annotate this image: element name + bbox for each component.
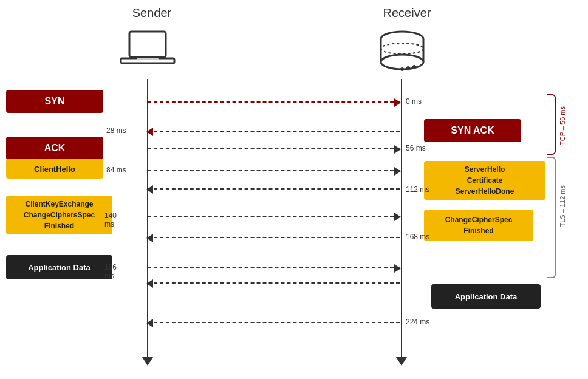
change-cipher-arrowhead: [146, 234, 153, 242]
client-key-arrow-line: [148, 216, 400, 217]
ts-0ms: 0 ms: [406, 97, 422, 106]
app-data-left-box: Application Data: [6, 255, 112, 279]
ts-168ms: 168 ms: [406, 233, 429, 241]
ts-224ms: 224 ms: [406, 318, 429, 326]
svg-rect-0: [129, 32, 166, 57]
ack-box: ACK: [6, 137, 103, 160]
change-cipher-arrow-line: [148, 237, 400, 238]
receiver-arrow-down: [396, 357, 407, 366]
sender-timeline: [147, 79, 148, 358]
svg-point-7: [381, 55, 423, 69]
ts-112ms: 112 ms: [406, 185, 429, 194]
sender-label: Sender: [121, 6, 182, 20]
svg-point-9: [406, 66, 410, 70]
last-arrow-line: [148, 322, 400, 323]
tcp-brace-label: TCP – 56 ms: [559, 106, 566, 145]
app-data-arrow-right-head: [394, 264, 401, 273]
syn-ack-box: SYN ACK: [424, 119, 521, 142]
change-cipher-spec-box: ChangeCipherSpecFinished: [424, 210, 533, 241]
receiver-timeline: [401, 79, 402, 358]
svg-point-11: [412, 65, 416, 69]
server-hello-box: ServerHelloCertificateServerHelloDone: [424, 161, 545, 200]
client-hello-arrow-line: [148, 170, 400, 171]
svg-point-10: [400, 67, 404, 71]
server-hello-arrowhead: [146, 185, 153, 194]
ts-140ms: 140ms: [104, 211, 117, 228]
ts-196ms: 196ms: [104, 263, 117, 280]
tls-brace: [547, 157, 556, 278]
ts-28ms: 28 ms: [106, 126, 126, 135]
server-hello-arrow-line: [148, 188, 400, 189]
laptop-icon: [118, 30, 177, 73]
ts-84ms: 84 ms: [106, 166, 126, 174]
client-hello-box: ClientHello: [6, 159, 103, 179]
database-icon: [375, 30, 429, 73]
app-data-arrow-left-head: [146, 279, 153, 288]
syn-ack-arrowhead: [146, 128, 153, 136]
syn-ack-arrow-line: [148, 131, 400, 132]
syn-box: SYN: [6, 90, 103, 113]
client-hello-arrowhead: [394, 167, 401, 176]
syn-arrowhead: [394, 98, 401, 107]
app-data-right-box: Application Data: [431, 284, 541, 309]
app-data-arrow-right-line: [148, 267, 400, 268]
sender-arrow-down: [142, 357, 153, 366]
svg-rect-2: [137, 58, 159, 60]
diagram: { "labels": { "sender": "Sender", "recei…: [0, 0, 588, 379]
last-arrowhead: [146, 319, 153, 327]
tls-brace-label: TLS – 112 ms: [559, 185, 566, 227]
ts-56ms: 56 ms: [406, 144, 426, 152]
tcp-brace: [547, 94, 556, 155]
ack-arrow-line: [148, 148, 400, 149]
client-key-exchange-box: ClientKeyExchangeChangeCiphersSpecFinish…: [6, 196, 112, 234]
receiver-label: Receiver: [377, 6, 437, 20]
client-key-arrowhead: [394, 213, 401, 221]
syn-arrow-line: [148, 101, 400, 103]
ack-arrowhead: [394, 145, 401, 154]
app-data-arrow-left-line: [148, 282, 400, 284]
